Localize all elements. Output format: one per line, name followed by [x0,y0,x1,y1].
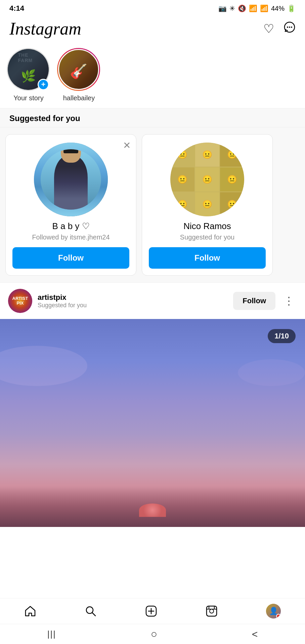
follow-artistpix-button[interactable]: Follow [233,292,275,310]
signal-icon: 📶 [260,4,268,12]
baby-card-name: B a b y ♡ [52,221,89,231]
bluetooth-icon: ✳ [229,4,235,12]
svg-point-2 [289,26,290,28]
profile-nav-button[interactable]: 👤 [266,604,281,619]
main-header: Instagram ♡ [0,15,305,42]
stories-row: THE FARM 🌿 + Your story 🎸 hallebailey [0,42,305,108]
suggested-cards-row: ✕ B a b y ♡ [0,127,305,282]
suggested-card-nico: 😐 😐 😐 😐 😐 😐 😐 😐 😐 Nico Ramos Suggested f… [142,134,273,276]
hallebailey-avatar: 🎸 [57,48,100,91]
battery-icon: 🔋 [287,4,296,12]
mute-icon: 🔇 [238,4,246,12]
follow-nico-button[interactable]: Follow [149,247,266,269]
story-item-your-story[interactable]: THE FARM 🌿 + Your story [7,48,50,102]
status-icons: 📷 ✳ 🔇 📶 📶 44% 🔋 [218,4,296,12]
post-image-counter: 1/10 [268,329,296,343]
reels-nav-button[interactable] [206,605,218,617]
baby-card-sub: Followed by itsme.jhem24 [32,233,110,241]
svg-line-5 [92,613,95,616]
profile-notification-dot [276,614,281,619]
messages-icon[interactable] [284,21,296,36]
svg-point-4 [86,607,93,613]
search-nav-button[interactable] [85,605,97,617]
notifications-icon[interactable]: ♡ [263,22,274,36]
nico-card-sub: Suggested for you [180,233,234,241]
create-nav-button[interactable] [145,605,157,617]
android-back-button[interactable]: < [252,629,258,640]
battery-text: 44% [271,5,285,12]
home-nav-button[interactable] [24,605,36,617]
more-options-icon[interactable]: ⋮ [281,294,297,307]
close-baby-button[interactable]: ✕ [123,140,131,151]
your-story-label: Your story [13,94,43,102]
follow-baby-button[interactable]: Follow [12,247,129,269]
camera-icon: 📷 [218,4,227,12]
nico-card-name: Nico Ramos [183,221,231,231]
wifi-icon: 📶 [249,4,257,12]
header-icons: ♡ [263,21,296,36]
post-image: 1/10 [0,319,305,527]
instagram-logo: Instagram [9,19,81,39]
artistpix-info: artistpix Suggested for you [38,293,228,309]
artistpix-username: artistpix [38,293,228,302]
suggested-header: Suggested for you [0,108,305,127]
bottom-nav: 👤 [0,598,305,624]
nico-avatar: 😐 😐 😐 😐 😐 😐 😐 😐 😐 [170,143,244,216]
story-item-hallebailey[interactable]: 🎸 hallebailey [57,48,101,102]
baby-avatar [34,143,108,216]
status-bar: 4:14 📷 ✳ 🔇 📶 📶 44% 🔋 [0,0,305,15]
post-header-artistpix: ARTISTPIX artistpix Suggested for you Fo… [0,282,305,319]
artistpix-subtext: Suggested for you [38,302,228,309]
svg-point-10 [210,609,214,613]
suggested-card-baby: ✕ B a b y ♡ [5,134,136,276]
svg-point-3 [291,26,292,28]
status-time: 4:14 [9,4,24,13]
svg-rect-9 [207,606,217,616]
post-moon-element [139,503,166,517]
your-story-avatar-wrap: THE FARM 🌿 + [7,48,50,92]
android-menu-button[interactable]: ||| [47,629,56,639]
android-home-button[interactable]: ○ [151,628,157,640]
add-story-button[interactable]: + [38,79,49,90]
hallebailey-avatar-wrap: 🎸 [57,48,101,92]
profile-avatar: 👤 [266,604,281,619]
artistpix-avatar[interactable]: ARTISTPIX [8,289,32,313]
svg-point-1 [287,26,288,28]
suggested-title: Suggested for you [9,114,80,123]
hallebailey-label: hallebailey [63,94,95,102]
android-nav-bar: ||| ○ < [0,624,305,644]
